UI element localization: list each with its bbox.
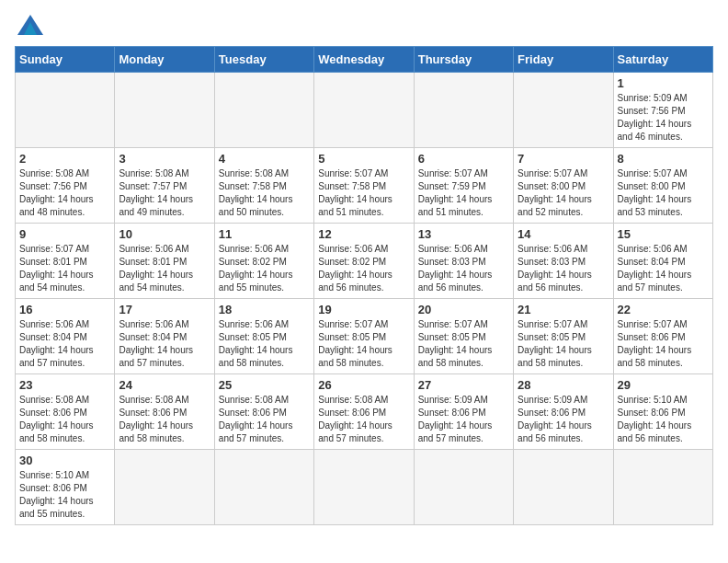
calendar-week-1: 2Sunrise: 5:08 AM Sunset: 7:56 PM Daylig… (16, 148, 713, 224)
day-detail: Sunrise: 5:10 AM Sunset: 8:06 PM Dayligh… (19, 469, 110, 521)
day-number: 16 (19, 303, 110, 316)
day-number: 4 (219, 152, 310, 166)
calendar-cell (414, 73, 513, 148)
day-detail: Sunrise: 5:06 AM Sunset: 8:03 PM Dayligh… (518, 243, 609, 294)
day-detail: Sunrise: 5:06 AM Sunset: 8:02 PM Dayligh… (318, 243, 409, 294)
logo (15, 15, 43, 35)
calendar-cell (115, 450, 214, 525)
day-detail: Sunrise: 5:08 AM Sunset: 8:06 PM Dayligh… (119, 394, 210, 445)
day-number: 3 (119, 152, 210, 166)
weekday-header-monday: Monday (115, 47, 214, 73)
calendar-cell: 8Sunrise: 5:07 AM Sunset: 8:00 PM Daylig… (613, 148, 712, 224)
day-number: 6 (418, 152, 509, 166)
calendar-cell (514, 450, 613, 525)
calendar-cell: 18Sunrise: 5:06 AM Sunset: 8:05 PM Dayli… (214, 299, 313, 374)
day-number: 15 (618, 227, 709, 241)
day-number: 20 (418, 303, 509, 316)
day-number: 30 (19, 454, 110, 467)
calendar-cell: 3Sunrise: 5:08 AM Sunset: 7:57 PM Daylig… (115, 148, 214, 224)
calendar-cell: 28Sunrise: 5:09 AM Sunset: 8:06 PM Dayli… (514, 374, 613, 450)
day-detail: Sunrise: 5:08 AM Sunset: 8:06 PM Dayligh… (318, 394, 409, 445)
day-detail: Sunrise: 5:06 AM Sunset: 8:01 PM Dayligh… (119, 243, 210, 294)
calendar-cell: 11Sunrise: 5:06 AM Sunset: 8:02 PM Dayli… (214, 224, 313, 299)
day-detail: Sunrise: 5:07 AM Sunset: 8:05 PM Dayligh… (418, 318, 509, 370)
day-number: 25 (219, 378, 310, 392)
weekday-header-wednesday: Wednesday (314, 47, 414, 73)
day-number: 12 (318, 227, 409, 241)
day-number: 23 (19, 378, 110, 392)
day-detail: Sunrise: 5:07 AM Sunset: 7:59 PM Dayligh… (418, 167, 509, 219)
day-number: 27 (418, 378, 509, 392)
day-number: 13 (418, 227, 509, 241)
day-detail: Sunrise: 5:06 AM Sunset: 8:03 PM Dayligh… (418, 243, 509, 294)
day-detail: Sunrise: 5:08 AM Sunset: 7:57 PM Dayligh… (119, 167, 210, 219)
calendar-week-0: 1Sunrise: 5:09 AM Sunset: 7:56 PM Daylig… (16, 73, 713, 148)
calendar-cell: 22Sunrise: 5:07 AM Sunset: 8:06 PM Dayli… (613, 299, 712, 374)
calendar-cell: 5Sunrise: 5:07 AM Sunset: 7:58 PM Daylig… (314, 148, 414, 224)
day-detail: Sunrise: 5:07 AM Sunset: 7:58 PM Dayligh… (318, 167, 409, 219)
weekday-header-saturday: Saturday (613, 47, 712, 73)
calendar-cell: 29Sunrise: 5:10 AM Sunset: 8:06 PM Dayli… (613, 374, 712, 450)
weekday-header-thursday: Thursday (414, 47, 513, 73)
calendar-cell: 23Sunrise: 5:08 AM Sunset: 8:06 PM Dayli… (16, 374, 115, 450)
weekday-header-sunday: Sunday (16, 47, 115, 73)
day-number: 26 (318, 378, 409, 392)
day-number: 11 (219, 227, 310, 241)
day-number: 17 (119, 303, 210, 316)
calendar-cell: 2Sunrise: 5:08 AM Sunset: 7:56 PM Daylig… (16, 148, 115, 224)
calendar-cell: 9Sunrise: 5:07 AM Sunset: 8:01 PM Daylig… (16, 224, 115, 299)
calendar-cell (214, 450, 313, 525)
day-detail: Sunrise: 5:07 AM Sunset: 8:00 PM Dayligh… (518, 167, 609, 219)
calendar-cell: 27Sunrise: 5:09 AM Sunset: 8:06 PM Dayli… (414, 374, 513, 450)
day-detail: Sunrise: 5:06 AM Sunset: 8:04 PM Dayligh… (618, 243, 709, 294)
calendar-week-5: 30Sunrise: 5:10 AM Sunset: 8:06 PM Dayli… (16, 450, 713, 525)
day-number: 24 (119, 378, 210, 392)
calendar-cell: 25Sunrise: 5:08 AM Sunset: 8:06 PM Dayli… (214, 374, 313, 450)
calendar-cell: 6Sunrise: 5:07 AM Sunset: 7:59 PM Daylig… (414, 148, 513, 224)
weekday-header-friday: Friday (514, 47, 613, 73)
calendar-cell: 30Sunrise: 5:10 AM Sunset: 8:06 PM Dayli… (16, 450, 115, 525)
day-number: 22 (618, 303, 709, 316)
day-number: 28 (518, 378, 609, 392)
calendar-cell: 10Sunrise: 5:06 AM Sunset: 8:01 PM Dayli… (115, 224, 214, 299)
calendar-week-4: 23Sunrise: 5:08 AM Sunset: 8:06 PM Dayli… (16, 374, 713, 450)
day-number: 29 (618, 378, 709, 392)
calendar-cell: 16Sunrise: 5:06 AM Sunset: 8:04 PM Dayli… (16, 299, 115, 374)
day-detail: Sunrise: 5:08 AM Sunset: 8:06 PM Dayligh… (219, 394, 310, 445)
calendar-cell (414, 450, 513, 525)
day-number: 10 (119, 227, 210, 241)
day-number: 18 (219, 303, 310, 316)
calendar-cell (214, 73, 313, 148)
calendar-cell (613, 450, 712, 525)
calendar-header: SundayMondayTuesdayWednesdayThursdayFrid… (16, 47, 713, 73)
day-detail: Sunrise: 5:06 AM Sunset: 8:02 PM Dayligh… (219, 243, 310, 294)
day-detail: Sunrise: 5:06 AM Sunset: 8:04 PM Dayligh… (119, 318, 210, 370)
calendar-week-2: 9Sunrise: 5:07 AM Sunset: 8:01 PM Daylig… (16, 224, 713, 299)
day-number: 19 (318, 303, 409, 316)
day-detail: Sunrise: 5:09 AM Sunset: 7:56 PM Dayligh… (618, 92, 709, 144)
day-number: 8 (618, 152, 709, 166)
day-detail: Sunrise: 5:07 AM Sunset: 8:00 PM Dayligh… (618, 167, 709, 219)
calendar-cell (115, 73, 214, 148)
day-number: 1 (618, 76, 709, 90)
calendar-cell (514, 73, 613, 148)
day-detail: Sunrise: 5:07 AM Sunset: 8:06 PM Dayligh… (618, 318, 709, 370)
day-detail: Sunrise: 5:07 AM Sunset: 8:01 PM Dayligh… (19, 243, 110, 294)
day-detail: Sunrise: 5:09 AM Sunset: 8:06 PM Dayligh… (518, 394, 609, 445)
calendar-cell: 19Sunrise: 5:07 AM Sunset: 8:05 PM Dayli… (314, 299, 414, 374)
calendar-cell (314, 450, 414, 525)
day-detail: Sunrise: 5:07 AM Sunset: 8:05 PM Dayligh… (518, 318, 609, 370)
page-header (15, 15, 713, 35)
calendar-cell: 15Sunrise: 5:06 AM Sunset: 8:04 PM Dayli… (613, 224, 712, 299)
day-detail: Sunrise: 5:06 AM Sunset: 8:04 PM Dayligh… (19, 318, 110, 370)
calendar-cell: 7Sunrise: 5:07 AM Sunset: 8:00 PM Daylig… (514, 148, 613, 224)
day-detail: Sunrise: 5:08 AM Sunset: 8:06 PM Dayligh… (19, 394, 110, 445)
calendar-cell: 20Sunrise: 5:07 AM Sunset: 8:05 PM Dayli… (414, 299, 513, 374)
day-number: 5 (318, 152, 409, 166)
calendar-week-3: 16Sunrise: 5:06 AM Sunset: 8:04 PM Dayli… (16, 299, 713, 374)
day-detail: Sunrise: 5:08 AM Sunset: 7:56 PM Dayligh… (19, 167, 110, 219)
day-number: 14 (518, 227, 609, 241)
page-container: SundayMondayTuesdayWednesdayThursdayFrid… (0, 0, 728, 540)
calendar-cell: 26Sunrise: 5:08 AM Sunset: 8:06 PM Dayli… (314, 374, 414, 450)
calendar-cell: 17Sunrise: 5:06 AM Sunset: 8:04 PM Dayli… (115, 299, 214, 374)
